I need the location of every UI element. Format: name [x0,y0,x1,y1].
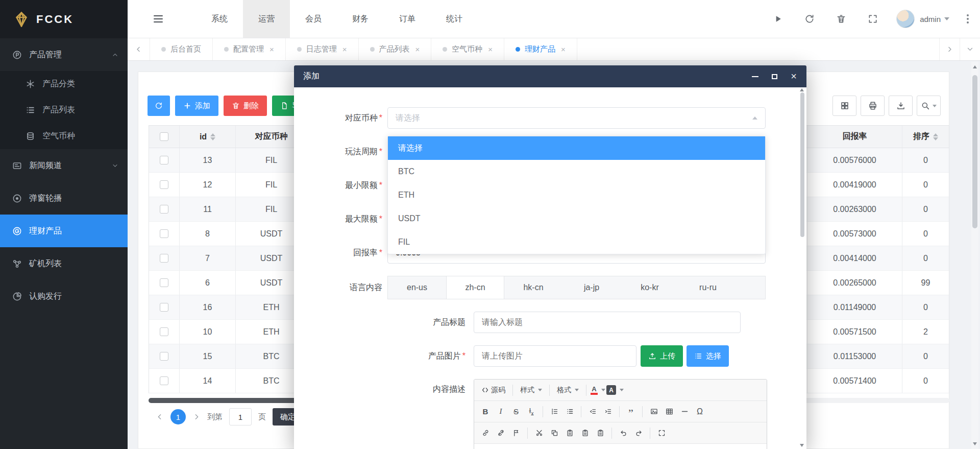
lang-tab-ko-kr[interactable]: ko-kr [621,276,679,299]
scroll-up-arrow[interactable] [973,65,977,68]
row-checkbox[interactable] [160,205,168,214]
goto-page-input[interactable] [229,408,252,426]
prev-page-icon[interactable] [156,413,164,421]
sidebar-item-popup-carousel[interactable]: 弹窗轮播 [0,182,128,215]
scroll-down-arrow[interactable] [973,442,977,445]
paste-button[interactable] [562,426,577,440]
delete-button[interactable]: 删除 [224,96,267,116]
sidebar-item-subscription-issue[interactable]: 认购发行 [0,280,128,313]
page-scrollbar[interactable] [971,62,978,449]
sort-icon[interactable] [210,133,215,140]
sidebar-item-miner-list[interactable]: 矿机列表 [0,247,128,280]
topnav-item-member[interactable]: 会员 [290,0,337,38]
upload-button[interactable]: 上传 [641,345,683,367]
sidebar-group-product-management[interactable]: 产品管理 [0,38,128,71]
next-page-icon[interactable] [192,413,201,421]
close-icon[interactable]: × [270,45,274,54]
tab-product-list[interactable]: 产品列表 × [359,38,432,60]
column-header-rate[interactable]: 回报率 [807,126,902,148]
sidebar-item-air-coin[interactable]: 空气币种 [0,123,128,149]
lang-tab-ru-ru[interactable]: ru-ru [679,276,737,299]
topnav-item-operation[interactable]: 运营 [243,0,290,38]
dropdown-option[interactable]: BTC [388,160,765,183]
dropdown-option[interactable]: USDT [388,207,765,230]
strikethrough-button[interactable]: S [509,405,523,419]
more-menu-icon[interactable] [965,12,971,26]
copy-button[interactable] [547,426,561,440]
username[interactable]: admin [920,15,941,23]
toggle-columns-button[interactable] [832,96,856,116]
close-icon[interactable]: × [415,45,420,54]
remove-format-button[interactable]: Ix [524,405,538,419]
sidebar-group-news-channel[interactable]: 新闻频道 [0,149,128,182]
sidebar-item-product-list[interactable]: 产品列表 [0,97,128,123]
lang-tab-zh-cn[interactable]: zh-cn [446,276,504,299]
bold-button[interactable]: B [478,405,493,419]
product-image-input[interactable] [474,345,636,367]
tab-config[interactable]: 配置管理 × [213,38,286,60]
dropdown-option[interactable]: 请选择 [388,136,765,160]
avatar[interactable] [896,10,915,28]
tab-scroll-left-button[interactable] [128,38,150,60]
row-checkbox[interactable] [160,156,168,164]
fullscreen-icon[interactable] [868,14,878,24]
ordered-list-button[interactable] [547,405,561,419]
tab-air-coin[interactable]: 空气币种 × [431,38,504,60]
insert-table-button[interactable] [662,405,676,419]
search-button[interactable] [917,96,941,116]
close-icon[interactable]: × [561,45,566,54]
styles-combo[interactable]: 样式 [517,383,545,397]
row-checkbox[interactable] [160,229,168,238]
lang-tab-ja-jp[interactable]: ja-jp [562,276,621,299]
sidebar-toggle-icon[interactable] [152,13,164,25]
maximize-editor-button[interactable] [654,426,669,440]
column-header-sort[interactable]: 排序 [902,126,949,148]
anchor-button[interactable] [509,426,523,440]
print-button[interactable] [861,96,885,116]
format-combo[interactable]: 格式 [554,383,582,397]
scrollbar-thumb[interactable] [972,75,977,228]
modal-scroll-down-arrow[interactable] [800,444,804,447]
italic-button[interactable]: I [494,405,508,419]
page-number[interactable]: 1 [170,409,186,424]
topnav-item-order[interactable]: 订单 [384,0,431,38]
unlink-button[interactable] [494,426,508,440]
minimize-button[interactable] [750,72,760,81]
dropdown-option[interactable]: FIL [388,230,765,254]
add-button[interactable]: 添加 [175,96,218,116]
text-color-button[interactable]: A [591,383,605,397]
insert-image-button[interactable] [647,405,661,419]
row-checkbox[interactable] [160,303,168,312]
currency-select[interactable]: 请选择 [387,107,766,129]
row-checkbox[interactable] [160,376,168,385]
topnav-item-finance[interactable]: 财务 [337,0,384,38]
blockquote-button[interactable]: ” [624,405,638,419]
special-char-button[interactable]: Ω [693,405,707,419]
tab-home[interactable]: 后台首页 [150,38,213,60]
undo-button[interactable] [616,426,630,440]
row-checkbox[interactable] [160,352,168,361]
bullet-list-button[interactable] [562,405,577,419]
topnav-item-statistics[interactable]: 统计 [431,0,478,38]
paste-word-button[interactable] [593,426,607,440]
run-icon[interactable] [773,14,783,24]
product-title-input[interactable] [474,312,741,333]
modal-scrollbar-thumb[interactable] [800,92,804,237]
refresh-button[interactable] [148,96,170,116]
dialog-header[interactable]: 添加 × [294,65,806,87]
lang-tab-en-us[interactable]: en-us [388,276,446,299]
sidebar-item-wealth-product[interactable]: 理财产品 [0,215,128,247]
export-data-button[interactable] [889,96,913,116]
trash-icon[interactable] [836,14,846,24]
column-header-id[interactable]: id [180,126,236,148]
select-all-checkbox[interactable] [160,132,168,141]
redo-button[interactable] [631,426,646,440]
sort-icon[interactable] [933,133,938,140]
row-checkbox[interactable] [160,180,168,189]
tab-logs[interactable]: 日志管理 × [286,38,359,60]
tab-wealth-product[interactable]: 理财产品 × [504,38,577,60]
sidebar-item-product-category[interactable]: 产品分类 [0,71,128,97]
link-button[interactable] [478,426,493,440]
close-icon[interactable]: × [488,45,493,54]
cut-button[interactable] [532,426,546,440]
